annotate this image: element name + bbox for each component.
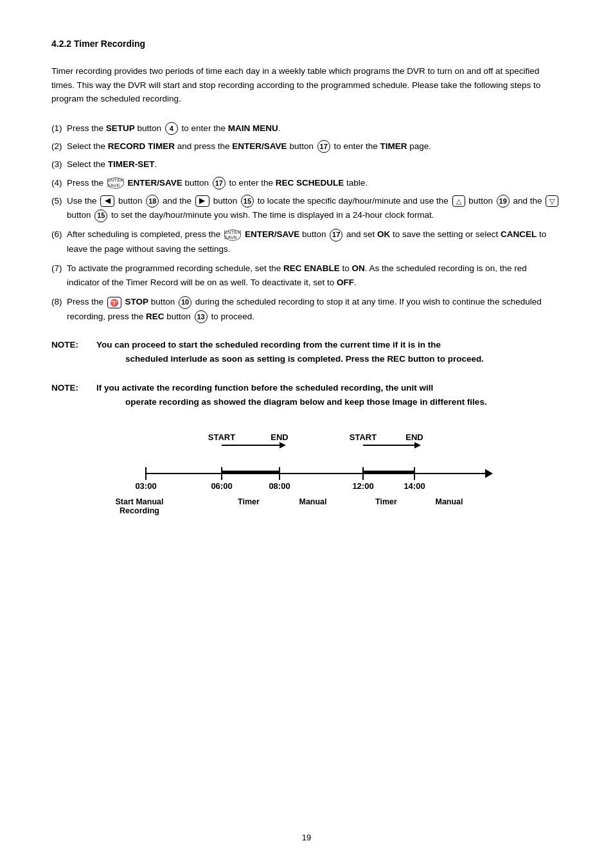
step-6-number: (6) [51,227,67,242]
badge-17c: 17 [330,229,342,242]
time-0600: 06:00 [211,481,232,491]
intro-text: Timer recording provides two periods of … [51,64,562,106]
step-7-recenable: REC ENABLE [283,263,340,273]
step-8-stop: STOP [125,297,149,306]
badge-15b: 15 [94,209,107,222]
step-6-entersave: ENTER/SAVE [245,229,299,239]
step-6-content: After scheduling is completed, press the… [67,227,562,256]
step-4-number: (4) [51,176,67,190]
steps-list: (1) Press the SETUP button 4 to enter th… [51,121,562,324]
step-2-timer: TIMER [380,141,407,151]
step-2-record-timer: RECORD TIMER [108,141,175,151]
triangle-up-icon: △ [452,195,465,207]
step-2-content: Select the RECORD TIMER and press the EN… [67,139,562,154]
step-5-number: (5) [51,194,67,208]
badge-10: 10 [179,296,191,309]
step-7-content: To activate the programmed recording sch… [67,261,562,290]
badge-17a: 17 [317,140,330,153]
note-2-row: NOTE: If you activate the recording func… [51,381,562,410]
section-start-manual: Start Manual [115,497,163,506]
step-6-cancel: CANCEL [501,229,537,239]
page-number: 19 [302,833,311,842]
step-8-number: (8) [51,295,67,309]
step-1-content: Press the SETUP button 4 to enter the MA… [67,121,562,136]
note-1-row: NOTE: You can proceed to start the sched… [51,338,562,367]
badge-15a: 15 [241,195,254,208]
step-7: (7) To activate the programmed recording… [51,261,562,290]
step-8-content: Press the ♈ STOP button 10 during the sc… [67,295,562,324]
time-0300: 03:00 [135,481,156,491]
end-label-1: END [271,432,288,442]
note-1-label: NOTE: [51,338,96,352]
section-manual-2: Manual [435,497,463,506]
section-manual-1: Manual [299,497,326,506]
badge-17b: 17 [213,177,226,190]
note-2-content: If you activate the recording function b… [96,381,562,410]
step-8-rec: REC [146,312,164,321]
stop-icon: ♈ [107,297,121,308]
start-label-1: START [208,432,235,442]
triangle-down-icon: ▽ [546,195,558,207]
step-7-on: ON [351,263,364,273]
start-label-2: START [350,432,377,442]
step-1: (1) Press the SETUP button 4 to enter th… [51,121,562,136]
badge-4: 4 [165,122,178,135]
note-2: NOTE: If you activate the recording func… [51,381,562,410]
badge-19: 19 [497,195,510,208]
step-3-timerset: TIMER-SET [108,159,155,169]
badge-18: 18 [146,195,159,208]
step-2-number: (2) [51,139,67,154]
step-4: (4) Press the ENTERSAVE ENTER/SAVE butto… [51,176,562,190]
section-title: 4.2.2 Timer Recording [51,39,562,49]
step-3-content: Select the TIMER-SET. [67,157,562,172]
badge-13: 13 [195,310,208,323]
section-timer-1: Timer [238,497,260,506]
note-2-label: NOTE: [51,381,96,395]
step-4-content: Press the ENTERSAVE ENTER/SAVE button 17… [67,176,562,190]
arrow-right-icon: ▶ [195,195,209,207]
step-6: (6) After scheduling is completed, press… [51,227,562,256]
time-1200: 12:00 [352,481,373,491]
bracket-1-arrow [280,442,286,448]
end-label-2: END [405,432,423,442]
note-1: NOTE: You can proceed to start the sched… [51,338,562,367]
step-2-entersave: ENTER/SAVE [232,141,287,151]
timeline-svg: START END START END 03: [107,429,512,518]
section-timer-2: Timer [375,497,397,506]
step-6-ok: OK [377,229,390,239]
arrow-left-icon: ◀ [100,195,114,207]
step-4-entersave: ENTER/SAVE [128,178,182,188]
step-5-content: Use the ◀ button 18 and the ▶ button 15 … [67,194,562,223]
time-1400: 14:00 [404,481,425,491]
step-3: (3) Select the TIMER-SET. [51,157,562,172]
note-1-content: You can proceed to start the scheduled r… [96,338,562,367]
main-timeline-arrow [485,469,493,478]
step-2: (2) Select the RECORD TIMER and press th… [51,139,562,154]
bracket-2-arrow [414,442,421,448]
step-8: (8) Press the ♈ STOP button 10 during th… [51,295,562,324]
step-5: (5) Use the ◀ button 18 and the ▶ button… [51,194,562,223]
step-4-recschedule: REC SCHEDULE [276,178,344,188]
step-1-number: (1) [51,121,67,136]
enter-save-icon-2: ENTERSAVE [224,229,241,241]
section-recording: Recording [120,506,159,515]
enter-save-icon-1: ENTERSAVE [107,177,124,189]
step-3-number: (3) [51,157,67,172]
step-1-mainmenu: MAIN MENU [228,123,278,133]
step-1-setup: SETUP [106,123,135,133]
step-7-off: OFF [337,278,354,287]
timeline-diagram: START END START END 03: [107,429,506,520]
page: 4.2.2 Timer Recording Timer recording pr… [0,0,613,868]
step-7-number: (7) [51,261,67,276]
time-0800: 08:00 [269,481,290,491]
